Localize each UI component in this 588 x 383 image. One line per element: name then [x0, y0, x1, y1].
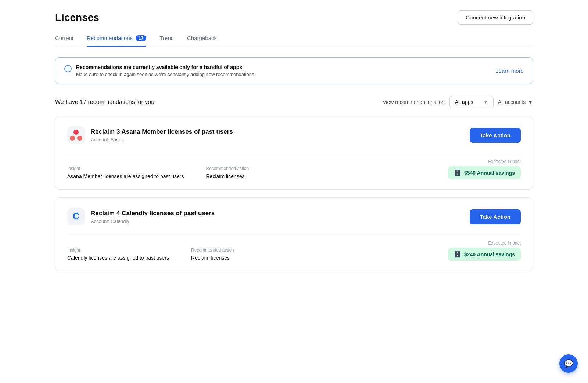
calendly-action-label: Recommended action	[191, 247, 234, 253]
all-accounts-dropdown[interactable]: All accounts ▼	[498, 99, 533, 105]
filter-label: View recommendations for:	[383, 99, 445, 105]
asana-logo-svg	[69, 129, 83, 142]
calendly-title-area: C Reclaim 4 Calendly licenses of past us…	[67, 208, 215, 225]
take-action-button-asana[interactable]: Take Action	[470, 128, 521, 143]
asana-insight-label: Insight	[67, 166, 184, 171]
take-action-button-calendly[interactable]: Take Action	[470, 209, 521, 224]
calendly-details-left: Insight Calendly licenses are assigned t…	[67, 247, 234, 261]
asana-savings-badge: 🗄️ $540 Annual savings	[448, 166, 521, 179]
learn-more-link[interactable]: Learn more	[495, 68, 524, 74]
calendly-insight-value: Calendly licenses are assigned to past u…	[67, 255, 169, 261]
asana-rec-title: Reclaim 3 Asana Member licenses of past …	[91, 128, 233, 136]
asana-rec-details: Insight Asana Member licenses are assign…	[67, 159, 521, 179]
calendly-logo-svg: C	[69, 209, 83, 224]
calendly-action-block: Recommended action Reclaim licenses	[191, 247, 234, 261]
rec-card-top-calendly: C Reclaim 4 Calendly licenses of past us…	[67, 208, 521, 225]
calendly-impact-area: Expected impact 🗄️ $240 Annual savings	[448, 241, 521, 261]
calendly-insight-block: Insight Calendly licenses are assigned t…	[67, 247, 169, 261]
card-divider-calendly	[67, 234, 521, 235]
svg-text:C: C	[73, 211, 79, 221]
asana-action-label: Recommended action	[206, 166, 249, 171]
connect-integration-button[interactable]: Connect new integration	[458, 10, 533, 25]
page-header: Licenses Connect new integration	[55, 10, 533, 25]
asana-insight-block: Insight Asana Member licenses are assign…	[67, 166, 184, 179]
svg-point-0	[74, 130, 79, 135]
info-banner: i Recommendations are currently availabl…	[55, 57, 533, 84]
asana-impact-label: Expected impact	[488, 159, 521, 164]
calendly-rec-title: Reclaim 4 Calendly licenses of past user…	[91, 210, 215, 217]
calendly-insight-label: Insight	[67, 247, 169, 253]
card-divider-asana	[67, 153, 521, 153]
calendly-rec-details: Insight Calendly licenses are assigned t…	[67, 241, 521, 261]
calendly-impact-label: Expected impact	[488, 241, 521, 246]
all-apps-dropdown[interactable]: All apps ▼	[449, 96, 494, 108]
asana-savings-text: $540 Annual savings	[464, 170, 515, 176]
asana-action-value: Reclaim licenses	[206, 173, 249, 179]
recommendation-card-calendly: C Reclaim 4 Calendly licenses of past us…	[55, 197, 533, 271]
all-accounts-label: All accounts	[498, 99, 526, 105]
tabs-nav: Current Recommendations 17 Trend Chargeb…	[55, 35, 533, 47]
calendly-app-icon: C	[67, 208, 85, 225]
calendly-rec-info: Reclaim 4 Calendly licenses of past user…	[91, 210, 215, 224]
asana-title-area: Reclaim 3 Asana Member licenses of past …	[67, 126, 233, 144]
savings-icon-calendly: 🗄️	[454, 251, 461, 258]
all-apps-label: All apps	[455, 99, 473, 105]
recs-count-title: We have 17 recommendations for you	[55, 99, 154, 105]
calendly-savings-text: $240 Annual savings	[464, 252, 515, 257]
tab-trend[interactable]: Trend	[159, 35, 174, 47]
calendly-savings-badge: 🗄️ $240 Annual savings	[448, 248, 521, 261]
info-icon: i	[64, 65, 72, 72]
calendly-action-value: Reclaim licenses	[191, 255, 234, 261]
rec-card-top-asana: Reclaim 3 Asana Member licenses of past …	[67, 126, 521, 144]
savings-icon-asana: 🗄️	[454, 169, 461, 176]
asana-rec-account: Account: Asana	[91, 137, 233, 142]
recs-filters: View recommendations for: All apps ▼ All…	[383, 96, 533, 108]
page-title: Licenses	[55, 12, 99, 24]
chat-bubble-button[interactable]: 💬	[559, 354, 578, 373]
info-text: Recommendations are currently available …	[76, 64, 255, 77]
chevron-down-icon: ▼	[484, 100, 488, 105]
asana-details-left: Insight Asana Member licenses are assign…	[67, 166, 249, 179]
tab-current[interactable]: Current	[55, 35, 74, 47]
info-main-text: Recommendations are currently available …	[76, 64, 255, 70]
asana-app-icon	[67, 126, 85, 144]
chat-bubble-icon: 💬	[564, 359, 573, 368]
info-banner-left: i Recommendations are currently availabl…	[64, 64, 255, 77]
calendly-rec-account: Account: Calendly	[91, 218, 215, 224]
asana-impact-area: Expected impact 🗄️ $540 Annual savings	[448, 159, 521, 179]
recommendations-badge: 17	[136, 35, 146, 41]
asana-action-block: Recommended action Reclaim licenses	[206, 166, 249, 179]
chevron-down-icon-2: ▼	[528, 99, 533, 105]
tab-recommendations[interactable]: Recommendations 17	[87, 35, 146, 47]
asana-insight-value: Asana Member licenses are assigned to pa…	[67, 173, 184, 179]
svg-point-2	[77, 136, 82, 141]
recommendations-header: We have 17 recommendations for you View …	[55, 96, 533, 108]
info-sub-text: Make sure to check in again soon as we'r…	[76, 72, 255, 77]
svg-point-1	[70, 136, 75, 141]
tab-chargeback[interactable]: Chargeback	[187, 35, 217, 47]
asana-rec-info: Reclaim 3 Asana Member licenses of past …	[91, 128, 233, 142]
recommendation-card-asana: Reclaim 3 Asana Member licenses of past …	[55, 116, 533, 190]
